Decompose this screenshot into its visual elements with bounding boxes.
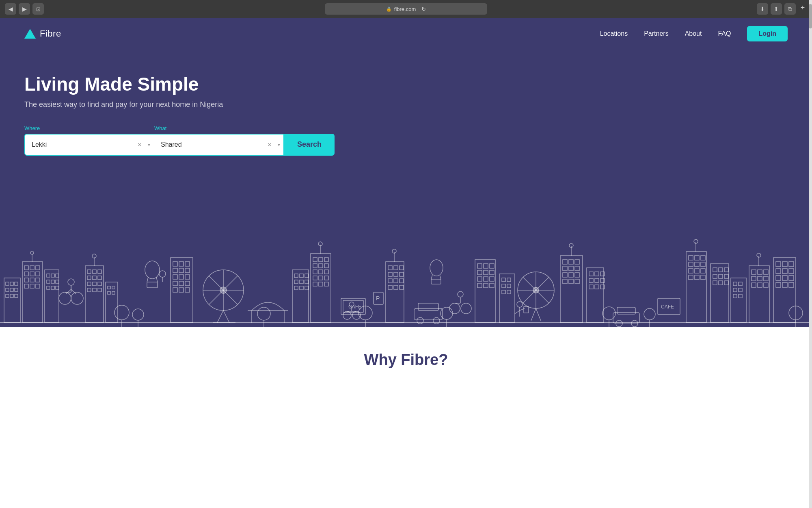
svg-rect-137: [388, 279, 392, 283]
nav-link-locations[interactable]: Locations: [600, 30, 628, 37]
svg-rect-183: [563, 260, 567, 264]
svg-rect-217: [689, 262, 693, 267]
search-form: Where ✕ ▼ What ✕ ▼: [24, 125, 788, 156]
svg-point-209: [616, 320, 622, 327]
svg-rect-172: [502, 290, 505, 294]
svg-rect-110: [324, 258, 328, 262]
svg-point-36: [71, 292, 83, 304]
svg-rect-14: [24, 272, 28, 276]
svg-rect-118: [319, 276, 323, 280]
svg-rect-50: [87, 282, 91, 286]
svg-rect-158: [477, 270, 482, 275]
svg-rect-171: [507, 284, 511, 288]
below-hero-section: Why Fibre?: [0, 327, 812, 385]
svg-rect-259: [782, 262, 787, 267]
what-input[interactable]: [154, 134, 284, 156]
login-button[interactable]: Login: [747, 26, 788, 41]
svg-rect-78: [185, 275, 190, 279]
svg-line-91: [217, 310, 223, 323]
what-clear-button[interactable]: ✕: [266, 141, 273, 149]
svg-rect-235: [713, 281, 717, 285]
svg-line-180: [531, 308, 536, 321]
address-bar[interactable]: 🔒 fibre.com ↻: [325, 3, 487, 15]
where-input[interactable]: [24, 134, 154, 156]
tab-view-button[interactable]: ⊡: [32, 3, 44, 15]
svg-rect-214: [689, 256, 693, 260]
forward-button[interactable]: ▶: [19, 3, 30, 15]
svg-point-292: [430, 260, 443, 276]
hero-title: Living Made Simple: [24, 74, 788, 95]
svg-rect-141: [394, 285, 398, 289]
new-tab-button[interactable]: +: [798, 3, 807, 12]
svg-rect-267: [776, 282, 781, 287]
search-button[interactable]: Search: [284, 134, 335, 156]
nav-link-faq[interactable]: FAQ: [718, 30, 731, 37]
svg-rect-265: [782, 276, 787, 280]
svg-rect-244: [739, 294, 742, 298]
svg-rect-84: [185, 288, 190, 292]
svg-rect-258: [776, 262, 781, 267]
nav-link-about[interactable]: About: [685, 30, 702, 37]
url-text: fibre.com: [394, 6, 416, 12]
svg-rect-81: [185, 281, 190, 286]
scrollbar[interactable]: [809, 18, 812, 385]
svg-rect-43: [85, 266, 104, 323]
back-button[interactable]: ◀: [5, 3, 16, 15]
svg-point-150: [461, 303, 471, 314]
svg-rect-83: [179, 288, 184, 292]
svg-rect-164: [477, 283, 482, 288]
svg-rect-13: [36, 266, 40, 270]
navbar: Fibre Locations Partners About FAQ Login: [0, 18, 812, 50]
svg-rect-72: [185, 262, 190, 266]
nav-link-partners[interactable]: Partners: [644, 30, 668, 37]
download-button[interactable]: ⬇: [757, 3, 768, 15]
svg-rect-136: [400, 272, 404, 276]
svg-rect-4: [6, 288, 9, 291]
svg-rect-221: [695, 269, 699, 273]
svg-rect-190: [569, 273, 573, 277]
svg-rect-16: [36, 272, 40, 276]
svg-rect-142: [400, 285, 404, 289]
svg-rect-138: [394, 279, 398, 283]
svg-rect-239: [733, 282, 737, 286]
svg-rect-76: [173, 275, 177, 279]
tab-manage-button[interactable]: ⧉: [784, 3, 796, 15]
what-dropdown-button[interactable]: ▼: [277, 142, 281, 147]
svg-rect-74: [179, 268, 184, 273]
svg-rect-159: [484, 270, 488, 275]
svg-rect-249: [752, 276, 756, 281]
share-icon: ⬆: [774, 6, 779, 12]
where-clear-button[interactable]: ✕: [136, 141, 143, 149]
scrollbar-thumb[interactable]: [809, 18, 812, 28]
svg-rect-162: [484, 277, 488, 281]
svg-rect-266: [789, 276, 794, 280]
svg-rect-139: [400, 279, 404, 283]
what-input-wrapper: ✕ ▼: [154, 134, 284, 156]
svg-rect-220: [689, 269, 693, 273]
svg-rect-77: [179, 275, 184, 279]
svg-rect-114: [313, 270, 317, 274]
svg-rect-79: [173, 281, 177, 286]
svg-rect-229: [713, 268, 717, 272]
svg-rect-120: [313, 282, 317, 286]
where-dropdown-button[interactable]: ▼: [147, 142, 151, 147]
share-button[interactable]: ⬆: [771, 3, 782, 15]
svg-rect-225: [701, 275, 705, 280]
svg-rect-54: [93, 288, 96, 292]
logo[interactable]: Fibre: [24, 28, 61, 39]
svg-rect-263: [789, 269, 794, 274]
svg-rect-135: [394, 272, 398, 276]
svg-rect-17: [24, 278, 28, 282]
svg-rect-121: [319, 282, 323, 286]
svg-rect-34: [56, 286, 59, 289]
svg-rect-168: [502, 278, 505, 282]
svg-rect-215: [695, 256, 699, 260]
svg-rect-5: [10, 288, 13, 291]
svg-rect-80: [179, 281, 184, 286]
svg-rect-241: [733, 288, 737, 292]
tab-icon: ⊡: [36, 6, 41, 12]
svg-rect-21: [30, 284, 34, 288]
svg-point-149: [449, 303, 460, 314]
svg-rect-62: [112, 291, 115, 294]
svg-rect-155: [477, 264, 482, 268]
